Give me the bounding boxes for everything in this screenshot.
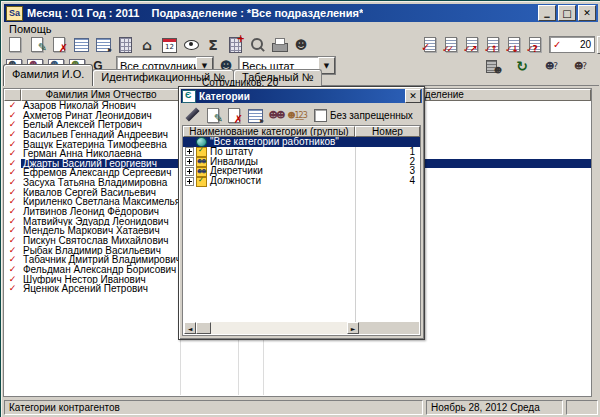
group-icon[interactable] bbox=[266, 106, 286, 125]
category-icon bbox=[196, 167, 207, 176]
tab[interactable]: Фамилия И.О. bbox=[3, 64, 93, 86]
number-column-header[interactable]: Номер bbox=[355, 126, 420, 137]
status-filler bbox=[566, 400, 598, 415]
approve-down-icon[interactable] bbox=[504, 35, 524, 54]
scroll-right-button[interactable] bbox=[347, 322, 359, 334]
expand-icon[interactable] bbox=[185, 157, 194, 166]
categories-tree: Наименование категории (группы) Номер "В… bbox=[182, 125, 421, 336]
no-forbidden-checkbox[interactable] bbox=[314, 109, 327, 122]
print-icon[interactable] bbox=[269, 35, 289, 54]
categories-dialog: Категории Без запрещенных Наименование к… bbox=[178, 86, 425, 340]
category-list: "Все категории работников" По штату 1 Ин… bbox=[183, 137, 420, 323]
tree-view-icon[interactable] bbox=[245, 106, 265, 125]
group-number-icon[interactable] bbox=[287, 106, 307, 125]
category-icon bbox=[196, 177, 207, 186]
check-icon bbox=[4, 284, 21, 294]
dialog-icon bbox=[182, 90, 196, 103]
application-window: Sa Месяц : 01 Год : 2011 Подразделение :… bbox=[0, 0, 600, 417]
status-message: Категории контрагентов bbox=[4, 400, 423, 415]
calculator-icon[interactable] bbox=[115, 35, 135, 54]
scrollbar-filler bbox=[359, 322, 419, 334]
scroll-left-button[interactable] bbox=[184, 322, 196, 334]
checkbox-label: Без запрещенных bbox=[330, 110, 413, 121]
scrollbar-track[interactable] bbox=[211, 322, 347, 334]
title-bar[interactable]: Sa Месяц : 01 Год : 2011 Подразделение :… bbox=[4, 4, 598, 22]
menu-help[interactable]: Помощь bbox=[5, 23, 56, 35]
approve-all-icon[interactable] bbox=[441, 35, 461, 54]
scrollbar-thumb[interactable] bbox=[196, 322, 211, 334]
view-tabs: Фамилия И.О.Идентификационный №Табельный… bbox=[3, 67, 599, 86]
edit-document-icon[interactable] bbox=[27, 35, 47, 54]
search-icon[interactable] bbox=[247, 35, 267, 54]
home-icon[interactable] bbox=[137, 35, 157, 54]
record-count-value: 20 bbox=[561, 39, 591, 50]
horizontal-scrollbar[interactable] bbox=[184, 322, 359, 334]
record-counter: 20 bbox=[549, 36, 595, 53]
delete-document-icon[interactable] bbox=[49, 35, 69, 54]
approve-query-icon[interactable] bbox=[525, 35, 545, 54]
new-category-icon[interactable] bbox=[182, 106, 202, 125]
sum-icon[interactable] bbox=[203, 35, 223, 54]
category-row[interactable]: По штату 1 bbox=[183, 147, 420, 157]
new-document-icon[interactable] bbox=[5, 35, 25, 54]
window-title: Месяц : 01 Год : 2011 Подразделение : *В… bbox=[27, 7, 363, 19]
list-icon[interactable] bbox=[71, 35, 91, 54]
dialog-title: Категории bbox=[199, 91, 250, 102]
minimize-button[interactable] bbox=[538, 5, 556, 21]
expand-icon[interactable] bbox=[185, 167, 194, 176]
approve-move-icon[interactable] bbox=[462, 35, 482, 54]
tree-header: Наименование категории (группы) Номер bbox=[183, 126, 420, 137]
main-toolbar bbox=[5, 35, 311, 54]
edit-category-icon[interactable] bbox=[203, 106, 223, 125]
check-column-header[interactable] bbox=[4, 89, 21, 101]
category-icon bbox=[196, 137, 207, 146]
expand-icon[interactable] bbox=[185, 147, 194, 156]
category-icon bbox=[196, 147, 207, 156]
approve-list-icon[interactable] bbox=[420, 35, 440, 54]
app-icon: Sa bbox=[6, 6, 23, 21]
dialog-title-bar[interactable]: Категории bbox=[181, 89, 422, 103]
category-row[interactable]: Должности 4 bbox=[183, 176, 420, 186]
status-date: Ноябрь 28, 2012 Среда bbox=[426, 400, 563, 415]
view-icon[interactable] bbox=[181, 35, 201, 54]
category-row[interactable]: Декретчики 3 bbox=[183, 166, 420, 176]
dialog-toolbar: Без запрещенных bbox=[182, 105, 421, 125]
check-icon bbox=[553, 39, 561, 50]
category-label: Инвалиды bbox=[207, 157, 349, 167]
no-forbidden-option: Без запрещенных bbox=[314, 109, 413, 122]
category-column-header[interactable]: Наименование категории (группы) bbox=[183, 126, 355, 137]
approve-up-icon[interactable] bbox=[483, 35, 503, 54]
expand-icon[interactable] bbox=[185, 177, 194, 186]
recalculate-icon[interactable] bbox=[225, 35, 245, 54]
category-row[interactable]: "Все категории работников" bbox=[183, 137, 420, 147]
category-row[interactable]: Инвалиды 2 bbox=[183, 157, 420, 167]
category-number: 4 bbox=[349, 176, 420, 186]
category-icon bbox=[196, 157, 207, 166]
approve-toolbar: 20 bbox=[420, 35, 600, 54]
status-bar: Категории контрагентов Ноябрь 28, 2012 С… bbox=[4, 400, 598, 415]
tab-label: Фамилия И.О. bbox=[12, 68, 84, 80]
category-label: По штату bbox=[207, 147, 349, 157]
employee-icon[interactable] bbox=[291, 35, 311, 54]
maximize-button[interactable] bbox=[558, 5, 576, 21]
category-label: "Все категории работников" bbox=[207, 137, 349, 147]
window-controls bbox=[538, 5, 596, 21]
delete-category-icon[interactable] bbox=[224, 106, 244, 125]
close-button[interactable] bbox=[578, 5, 596, 21]
list-select-icon[interactable] bbox=[93, 35, 113, 54]
category-label: Декретчики bbox=[207, 166, 349, 176]
dialog-close-button[interactable] bbox=[405, 89, 421, 103]
calendar-icon[interactable] bbox=[159, 35, 179, 54]
category-label: Должности bbox=[207, 176, 349, 186]
name-column-header[interactable]: Фамилия Имя Отчество bbox=[21, 89, 181, 101]
